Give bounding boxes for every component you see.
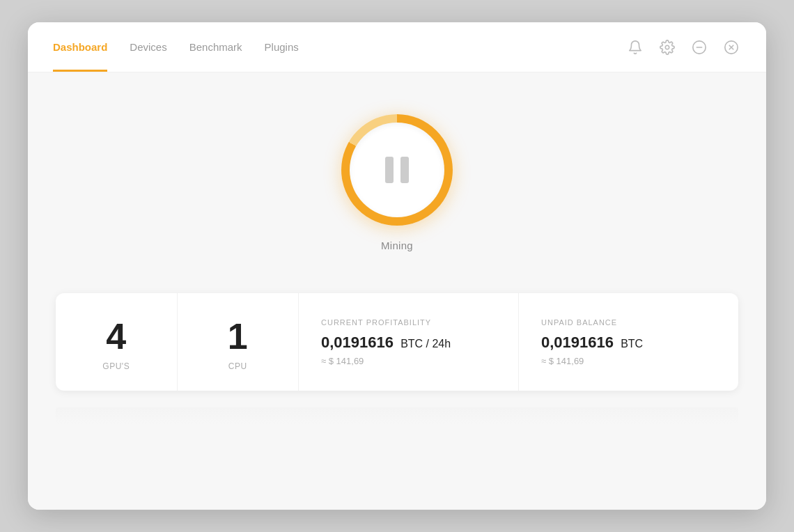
- minimize-icon[interactable]: [690, 38, 709, 57]
- main-content: Mining 4 GPU'S 1 CPU CURRENT PROFITABILI…: [28, 72, 766, 510]
- pause-button[interactable]: [341, 114, 453, 226]
- header-actions: [625, 38, 741, 57]
- profitability-approx: ≈ $ 141,69: [321, 356, 364, 366]
- tab-devices[interactable]: Devices: [130, 22, 166, 72]
- app-window: Dashboard Devices Benchmark Plugins: [28, 22, 766, 510]
- balance-title: UNPAID BALANCE: [541, 318, 617, 327]
- mining-status-label: Mining: [381, 240, 413, 251]
- balance-value: 0,0191616 BTC: [541, 334, 643, 352]
- close-icon[interactable]: [722, 38, 741, 57]
- cpu-count: 1: [228, 318, 248, 354]
- cpu-stat-card: 1 CPU: [178, 293, 299, 391]
- balance-card: UNPAID BALANCE 0,0191616 BTC ≈ $ 141,69: [519, 293, 738, 391]
- bottom-hint: [56, 407, 738, 424]
- settings-icon[interactable]: [657, 38, 677, 57]
- profitability-title: CURRENT PROFITABILITY: [321, 318, 431, 327]
- tab-plugins[interactable]: Plugins: [265, 22, 299, 72]
- gpu-count: 4: [106, 318, 126, 354]
- header: Dashboard Devices Benchmark Plugins: [28, 22, 766, 72]
- pause-inner: [350, 123, 444, 217]
- balance-approx: ≈ $ 141,69: [541, 356, 584, 366]
- bell-icon[interactable]: [625, 38, 645, 57]
- tab-dashboard[interactable]: Dashboard: [53, 22, 107, 72]
- tab-benchmark[interactable]: Benchmark: [189, 22, 242, 72]
- pause-icon: [385, 157, 409, 183]
- pause-bar-right: [400, 157, 409, 183]
- profitability-value: 0,0191616 BTC / 24h: [321, 334, 451, 352]
- gpu-stat-card: 4 GPU'S: [56, 293, 178, 391]
- pause-bar-left: [385, 157, 394, 183]
- profitability-card: CURRENT PROFITABILITY 0,0191616 BTC / 24…: [299, 293, 519, 391]
- cpu-label: CPU: [228, 361, 247, 371]
- svg-point-0: [665, 45, 669, 49]
- mining-section: Mining: [341, 114, 453, 251]
- nav-tabs: Dashboard Devices Benchmark Plugins: [53, 22, 299, 72]
- gpu-label: GPU'S: [102, 361, 130, 371]
- stats-row: 4 GPU'S 1 CPU CURRENT PROFITABILITY 0,01…: [56, 293, 738, 391]
